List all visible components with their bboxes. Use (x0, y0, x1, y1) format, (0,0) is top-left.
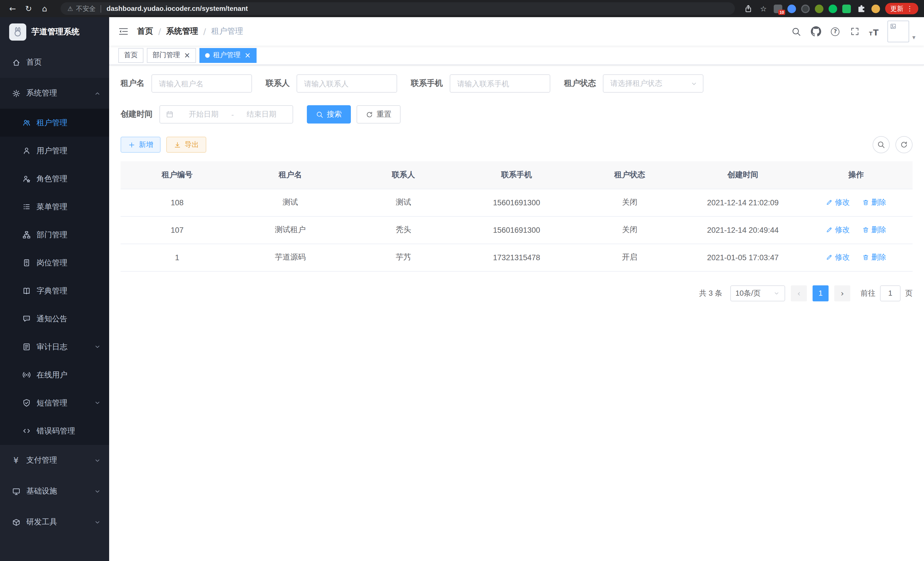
browser-reload-icon[interactable]: ↻ (22, 2, 35, 15)
start-date-placeholder: 开始日期 (178, 109, 229, 120)
chevron-down-icon (690, 80, 698, 87)
app-frame: 芋道管理系统 首页 系统管理 租户管理 用户管理 (0, 17, 924, 561)
tenant-id-cell: 1 (121, 244, 234, 271)
sidebar-item-error-code-management[interactable]: 错误码管理 (0, 417, 109, 445)
security-warning-icon: ⚠ (68, 5, 73, 12)
monitor-icon (11, 487, 21, 496)
extension-icon-2[interactable] (788, 4, 796, 13)
extension-icon-6[interactable] (842, 4, 851, 13)
goto-page-input[interactable] (880, 285, 901, 301)
user-avatar[interactable]: ▾ (888, 21, 915, 42)
online-users-icon (22, 370, 31, 379)
sidebar-item-role-management[interactable]: 角色管理 (0, 165, 109, 193)
breadcrumb-system[interactable]: 系统管理 (166, 26, 198, 37)
created-at-cell: 2021-12-14 20:49:44 (686, 216, 800, 244)
sidebar-item-tenant-management[interactable]: 租户管理 (0, 109, 109, 137)
search-icon[interactable] (791, 26, 802, 37)
tenant-id-cell: 108 (121, 189, 234, 216)
add-button[interactable]: 新增 (121, 137, 160, 153)
sidebar: 芋道管理系统 首页 系统管理 租户管理 用户管理 (0, 17, 109, 561)
extensions-puzzle-icon[interactable] (856, 3, 866, 14)
font-size-icon[interactable]: T T (869, 26, 879, 37)
browser-profile-avatar[interactable] (872, 4, 880, 13)
edit-button[interactable]: 修改 (826, 252, 850, 262)
edit-button[interactable]: 修改 (826, 225, 850, 235)
export-button[interactable]: 导出 (166, 137, 206, 153)
update-button-label: 更新 (890, 4, 903, 13)
sidebar-item-notice[interactable]: 通知公告 (0, 305, 109, 333)
sidebar-item-payment-management[interactable]: ¥ 支付管理 (0, 445, 109, 476)
sidebar-item-dept-management[interactable]: 部门管理 (0, 221, 109, 249)
tag-dept-management[interactable]: 部门管理 × (147, 48, 196, 63)
sidebar-item-post-management[interactable]: 岗位管理 (0, 249, 109, 277)
delete-button[interactable]: 删除 (862, 197, 886, 208)
sidebar-item-online-users[interactable]: 在线用户 (0, 361, 109, 389)
sidebar-item-dev-tools[interactable]: 研发工具 (0, 507, 109, 538)
sidebar-toggle-icon[interactable] (118, 26, 129, 37)
sidebar-item-sms-management[interactable]: 短信管理 (0, 389, 109, 417)
reset-button-label: 重置 (376, 109, 392, 120)
refresh-table-button[interactable] (896, 136, 913, 153)
fullscreen-icon[interactable] (850, 26, 860, 37)
browser-menu-icon[interactable]: ⋮ (906, 5, 913, 12)
search-button[interactable]: 搜索 (307, 105, 351, 123)
app-logo: 芋道管理系统 (0, 17, 109, 47)
breadcrumb: 首页 / 系统管理 / 租户管理 (137, 26, 243, 37)
sidebar-item-user-management[interactable]: 用户管理 (0, 137, 109, 165)
extension-icon-5[interactable] (829, 4, 837, 13)
pagination: 共 3 条 10条/页 ‹ 1 › 前往 页 (121, 285, 913, 301)
contact-input[interactable] (297, 74, 397, 93)
sidebar-item-system-management[interactable]: 系统管理 (0, 78, 109, 109)
sidebar-item-dict-management[interactable]: 字典管理 (0, 277, 109, 305)
navbar: 首页 / 系统管理 / 租户管理 ? (109, 17, 924, 46)
breadcrumb-home[interactable]: 首页 (137, 26, 153, 37)
phone-input[interactable] (450, 74, 550, 93)
delete-button[interactable]: 删除 (862, 225, 886, 235)
sidebar-item-infrastructure[interactable]: 基础设施 (0, 476, 109, 507)
browser-home-icon[interactable]: ⌂ (38, 2, 51, 15)
extension-icon-4[interactable] (815, 4, 824, 13)
toggle-search-button[interactable] (873, 136, 890, 153)
tag-tenant-management[interactable]: 租户管理 × (200, 48, 256, 63)
sidebar-item-menu-management[interactable]: 菜单管理 (0, 193, 109, 221)
bookmark-star-icon[interactable]: ☆ (758, 3, 769, 14)
close-icon[interactable]: × (184, 51, 190, 59)
sidebar-item-audit-log[interactable]: 审计日志 (0, 333, 109, 361)
filter-phone: 联系手机 (411, 74, 550, 93)
page-number-button[interactable]: 1 (813, 285, 829, 301)
edit-button[interactable]: 修改 (826, 197, 850, 208)
address-bar[interactable]: ⚠ 不安全 dashboard.yudao.iocoder.cn/system/… (61, 2, 735, 15)
help-icon[interactable]: ? (830, 26, 841, 37)
user-icon (22, 146, 31, 155)
select-placeholder: 请选择租户状态 (610, 78, 662, 89)
contact-cell: 秃头 (347, 216, 460, 244)
close-icon[interactable]: × (244, 51, 251, 59)
status-select[interactable]: 请选择租户状态 (603, 74, 704, 93)
delete-button[interactable]: 删除 (862, 252, 886, 262)
extension-icon-1[interactable]: 10 (774, 4, 782, 13)
extension-icon-3[interactable] (801, 4, 810, 13)
next-page-button[interactable]: › (834, 285, 850, 301)
update-button[interactable]: 更新 ⋮ (885, 3, 918, 14)
role-icon (22, 174, 31, 183)
tenant-name-input[interactable] (152, 74, 252, 93)
calendar-icon (166, 110, 174, 118)
delete-label: 删除 (872, 197, 886, 208)
shield-icon (22, 398, 31, 408)
filter-row-1: 租户名 联系人 联系手机 租户状态 请选择租户状态 (121, 74, 913, 93)
browser-back-icon[interactable]: ← (6, 2, 20, 15)
tag-home[interactable]: 首页 (118, 48, 143, 63)
date-range-picker[interactable]: 开始日期 - 结束日期 (159, 105, 293, 123)
actions-cell: 修改 删除 (800, 244, 913, 271)
phone-cell: 17321315478 (460, 244, 573, 271)
status-cell: 关闭 (573, 216, 686, 244)
reset-button[interactable]: 重置 (357, 105, 400, 123)
chevron-down-icon (93, 487, 101, 495)
prev-page-button[interactable]: ‹ (791, 285, 807, 301)
page-size-select[interactable]: 10条/页 (730, 285, 785, 301)
yen-icon: ¥ (11, 456, 21, 465)
sidebar-item-home[interactable]: 首页 (0, 47, 109, 78)
tags-view: 首页 部门管理 × 租户管理 × (109, 46, 924, 65)
github-icon[interactable] (811, 26, 821, 37)
share-icon[interactable] (743, 3, 753, 14)
